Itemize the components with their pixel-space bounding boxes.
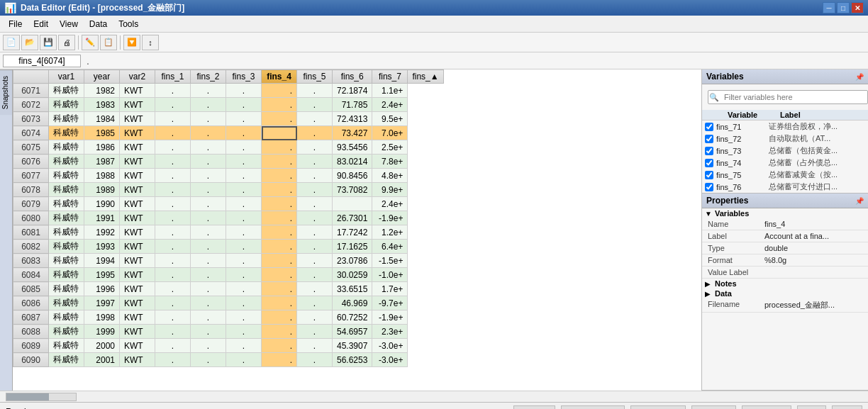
cell-fins3[interactable]: .: [226, 211, 262, 225]
cell-fins4[interactable]: .: [262, 155, 297, 169]
cell-year[interactable]: 1982: [84, 84, 120, 98]
col-header-fins1[interactable]: fins_1: [155, 70, 191, 84]
cell-var1[interactable]: 科威特: [49, 140, 84, 155]
table-row[interactable]: 6088科威特1999KWT.....54.69572.3e+: [13, 325, 444, 339]
table-row[interactable]: 6073科威特1984KWT.....72.43139.5e+: [13, 112, 444, 126]
cell-year[interactable]: 1986: [84, 140, 120, 155]
cell-fins4[interactable]: .: [262, 84, 297, 98]
filter-button[interactable]: 🔽: [123, 35, 140, 50]
cell-fins3[interactable]: .: [226, 126, 262, 140]
table-row[interactable]: 6083科威特1994KWT.....23.0786-1.5e+: [13, 254, 444, 268]
col-header-fins2[interactable]: fins_2: [191, 70, 226, 84]
grid-container[interactable]: var1 year var2 fins_1 fins_2 fins_3 fins…: [13, 69, 701, 391]
cell-var2[interactable]: KWT: [120, 112, 155, 126]
cell-fins4[interactable]: .: [262, 310, 297, 325]
menu-tools[interactable]: Tools: [113, 18, 144, 30]
cell-fins7[interactable]: 4.8e+: [372, 169, 408, 183]
cell-fins3[interactable]: .: [226, 197, 262, 211]
cell-fins7[interactable]: 7.8e+: [372, 155, 408, 169]
cell-year[interactable]: 1993: [84, 240, 120, 254]
cell-var1[interactable]: 科威特: [49, 112, 84, 126]
col-header-fins7[interactable]: fins_7: [372, 70, 408, 84]
cell-fins1[interactable]: .: [155, 169, 191, 183]
cell-year[interactable]: 1990: [84, 197, 120, 211]
cell-reference[interactable]: [3, 55, 81, 67]
cell-fins4[interactable]: .: [262, 240, 297, 254]
variable-list-item[interactable]: fins_75 总储蓄减黄金（按...: [702, 169, 868, 181]
open-button[interactable]: 📂: [21, 35, 38, 50]
cell-fins6[interactable]: 17.7242: [333, 225, 372, 240]
col-header-fins4[interactable]: fins_4: [262, 70, 297, 84]
edit-button[interactable]: ✏️: [82, 35, 99, 50]
table-row[interactable]: 6085科威特1996KWT.....33.65151.7e+: [13, 282, 444, 296]
cell-var1[interactable]: 科威特: [49, 183, 84, 197]
col-header-fins6[interactable]: fins_6: [333, 70, 372, 84]
cell-fins7[interactable]: -1.0e+: [372, 268, 408, 282]
variable-list-item[interactable]: fins_71 证券组合股权，净...: [702, 121, 868, 133]
col-header-year[interactable]: year: [84, 70, 120, 84]
cell-fins4[interactable]: [262, 126, 297, 140]
cell-fins7[interactable]: 9.9e+: [372, 183, 408, 197]
table-row[interactable]: 6078科威特1989KWT.....73.70829.9e+: [13, 183, 444, 197]
cell-fins7[interactable]: -3.0e+: [372, 339, 408, 353]
cell-fins1[interactable]: .: [155, 155, 191, 169]
col-header-fins5[interactable]: fins_5: [297, 70, 333, 84]
cell-fins1[interactable]: .: [155, 140, 191, 155]
maximize-button[interactable]: □: [837, 2, 850, 13]
cell-fins5[interactable]: .: [297, 282, 333, 296]
variable-list-item[interactable]: fins_72 自动取款机（AT...: [702, 133, 868, 145]
cell-var2[interactable]: KWT: [120, 155, 155, 169]
horizontal-scrollbar[interactable]: [0, 391, 868, 402]
cell-fins7[interactable]: -9.7e+: [372, 296, 408, 310]
variable-list-item[interactable]: fins_76 总储蓄可支付进口...: [702, 181, 868, 193]
cell-fins3[interactable]: .: [226, 84, 262, 98]
cell-fins5[interactable]: .: [297, 169, 333, 183]
cell-var2[interactable]: KWT: [120, 169, 155, 183]
cell-var2[interactable]: KWT: [120, 353, 155, 367]
cell-fins2[interactable]: .: [191, 225, 226, 240]
cell-fins4[interactable]: .: [262, 254, 297, 268]
cell-fins6[interactable]: 17.1625: [333, 240, 372, 254]
cell-var1[interactable]: 科威特: [49, 325, 84, 339]
menu-file[interactable]: File: [3, 18, 28, 30]
cell-fins5[interactable]: .: [297, 268, 333, 282]
cell-fins7[interactable]: 2.5e+: [372, 140, 408, 155]
cell-fins3[interactable]: .: [226, 268, 262, 282]
cell-var1[interactable]: 科威特: [49, 126, 84, 140]
cell-fins6[interactable]: 54.6957: [333, 325, 372, 339]
cell-var1[interactable]: 科威特: [49, 98, 84, 112]
cell-var1[interactable]: 科威特: [49, 169, 84, 183]
cell-fins2[interactable]: .: [191, 155, 226, 169]
cell-fins5[interactable]: .: [297, 254, 333, 268]
cell-fins6[interactable]: 23.0786: [333, 254, 372, 268]
cell-var2[interactable]: KWT: [120, 126, 155, 140]
snapshots-tab[interactable]: Snapshots: [0, 69, 12, 115]
cell-fins5[interactable]: .: [297, 140, 333, 155]
variables-pin[interactable]: 📌: [855, 73, 864, 81]
table-row[interactable]: 6082科威特1993KWT.....17.16256.4e+: [13, 240, 444, 254]
cell-var2[interactable]: KWT: [120, 98, 155, 112]
cell-fins1[interactable]: .: [155, 325, 191, 339]
cell-fins6[interactable]: 73.427: [333, 126, 372, 140]
cell-fins5[interactable]: .: [297, 240, 333, 254]
cell-fins6[interactable]: 56.6253: [333, 353, 372, 367]
table-row[interactable]: 6087科威特1998KWT.....60.7252-1.9e+: [13, 310, 444, 325]
cell-fins7[interactable]: 2.4e+: [372, 98, 408, 112]
cell-fins3[interactable]: .: [226, 140, 262, 155]
cell-fins6[interactable]: 73.7082: [333, 183, 372, 197]
cell-fins1[interactable]: .: [155, 211, 191, 225]
table-row[interactable]: 6075科威特1986KWT.....93.54562.5e+: [13, 140, 444, 155]
cell-fins2[interactable]: .: [191, 169, 226, 183]
cell-fins7[interactable]: 2.3e+: [372, 325, 408, 339]
cell-fins6[interactable]: 90.8456: [333, 169, 372, 183]
cell-fins6[interactable]: 46.969: [333, 296, 372, 310]
cell-fins4[interactable]: .: [262, 112, 297, 126]
data-table-wrapper[interactable]: var1 year var2 fins_1 fins_2 fins_3 fins…: [13, 69, 701, 391]
cell-fins7[interactable]: -3.0e+: [372, 353, 408, 367]
cell-fins2[interactable]: .: [191, 240, 226, 254]
cell-fins7[interactable]: -1.5e+: [372, 254, 408, 268]
cell-fins4[interactable]: .: [262, 169, 297, 183]
cell-fins5[interactable]: .: [297, 84, 333, 98]
variable-checkbox[interactable]: [705, 159, 713, 167]
prop-variables-tree[interactable]: ▼ Variables: [702, 208, 868, 218]
